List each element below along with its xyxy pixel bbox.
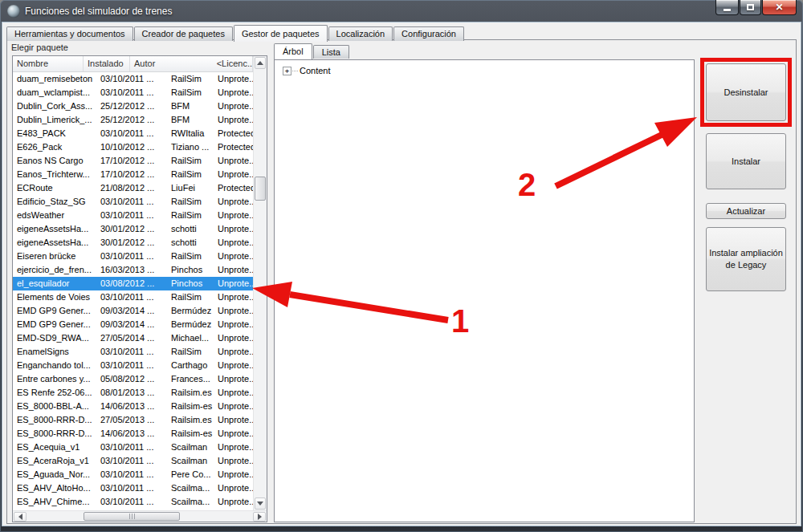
cell-license: Unprote.. (214, 209, 253, 222)
table-row[interactable]: EMD-SD9_RWA... 27/05/2014 ... Michael...… (13, 331, 253, 345)
cell-author: RailSim (167, 195, 214, 209)
table-row[interactable]: eigeneAssetsHa... 30/01/2012 ... schotti… (13, 222, 253, 236)
minimize-icon (724, 9, 731, 11)
update-button[interactable]: Actualizar (706, 203, 786, 219)
scroll-right-button[interactable] (253, 512, 266, 522)
table-row[interactable]: ejercicio_de_fren... 16/03/2013 ... Pinc… (13, 263, 253, 277)
arrow-down-icon (257, 502, 263, 506)
table-row[interactable]: eigeneAssetsHa... 30/01/2012 ... schotti… (13, 236, 253, 250)
cell-name: E483_PACK (13, 127, 96, 140)
titlebar[interactable]: Funciones del simulador de trenes ✕ (0, 0, 803, 22)
table-row[interactable]: el_esquilador 03/08/2012 ... Pinchos Unp… (13, 277, 253, 290)
table-row[interactable]: Dublin_Cork_Ass... 25/12/2012 ... BFM Un… (13, 99, 253, 113)
cell-license: Unprote.. (214, 468, 253, 481)
table-row[interactable]: Enganchando tol... 03/10/2011 ... Cartha… (13, 359, 253, 372)
cell-author: RailSim (167, 345, 214, 359)
table-row[interactable]: ES_8000-RRR-D... 14/06/2013 ... Railsim-… (13, 427, 253, 441)
uninstall-button[interactable]: Desinstalar (706, 63, 786, 121)
cell-name: ES_8000-RRR-D... (13, 413, 96, 427)
tabpage-gestor-de-paquetes: Elegir paquete NombreInstaladoAutor<Lice… (6, 39, 797, 524)
cell-license: Unprote.. (214, 495, 253, 509)
vertical-scroll-thumb[interactable] (255, 177, 266, 201)
table-row[interactable]: ES_AHV_AltoHo... 03/10/2011 ... Scailma.… (13, 481, 253, 495)
scroll-up-button[interactable] (255, 57, 266, 69)
table-row[interactable]: EMD GP9 Gener... 09/03/2014 ... Bermúdez… (13, 304, 253, 318)
main-tab[interactable]: Herramientas y documentos (6, 26, 133, 41)
install-legacy-expansion-button[interactable]: Instalar ampliación de Legacy (706, 227, 786, 291)
view-tabstrip: ÁrbolLista (274, 43, 350, 59)
table-row[interactable]: ES_Acequia_v1 03/10/2011 ... Scailman Un… (13, 441, 253, 454)
table-row[interactable]: ES_8000-RRR-D... 27/05/2013 ... Railsim.… (13, 413, 253, 427)
main-tabstrip: Herramientas y documentosCreador de paqu… (6, 25, 465, 41)
column-header[interactable]: Nombre (13, 56, 84, 71)
install-button[interactable]: Instalar (706, 133, 786, 189)
main-tab[interactable]: Gestor de paquetes (234, 25, 328, 42)
cell-installed: 03/10/2011 ... (96, 290, 167, 304)
table-row[interactable]: ES_AceraRoja_v1 03/10/2011 ... Scailman … (13, 454, 253, 468)
table-row[interactable]: Entre carbones y... 05/08/2012 ... Franc… (13, 372, 253, 386)
main-tab[interactable]: Creador de paquetes (134, 26, 233, 41)
arrow-left-icon (18, 514, 22, 520)
table-row[interactable]: ES_AHV_Chime... 03/10/2011 ... Scailma..… (13, 495, 253, 509)
table-row[interactable]: Dublin_Limerick_... 25/12/2012 ... BFM U… (13, 113, 253, 127)
table-row[interactable]: EnamelSigns 03/10/2011 ... RailSim Unpro… (13, 345, 253, 359)
table-row[interactable]: ES_8000-BBL-A... 14/06/2013 ... Railsim-… (13, 400, 253, 413)
cell-name: Dublin_Limerick_... (13, 113, 96, 127)
horizontal-scroll-thumb[interactable] (84, 512, 180, 521)
cell-license: Unprote.. (214, 99, 253, 113)
cell-name: Edificio_Staz_SG (13, 195, 96, 209)
table-row[interactable]: edsWeather 03/10/2011 ... RailSim Unprot… (13, 209, 253, 222)
main-tab[interactable]: Configuración (393, 26, 464, 41)
cell-name: duam_wclampist... (13, 86, 96, 99)
cell-name: EMD GP9 Gener... (13, 304, 96, 318)
table-row[interactable]: Edificio_Staz_SG 03/10/2011 ... RailSim … (13, 195, 253, 209)
cell-author: Michael... (167, 331, 214, 345)
table-row[interactable]: E626_Pack 10/10/2012 ... Tiziano ... Pro… (13, 140, 253, 154)
cell-installed: 03/10/2011 ... (96, 250, 167, 263)
table-row[interactable]: ECRoute 21/08/2012 ... LiuFei Protected (13, 181, 253, 195)
horizontal-scroll-track[interactable] (27, 511, 252, 522)
cell-name: Entre carbones y... (13, 372, 96, 386)
table-row[interactable]: Eiseren brücke 03/10/2011 ... RailSim Un… (13, 250, 253, 263)
tree-connector (292, 71, 298, 71)
maximize-icon (747, 4, 754, 10)
column-header[interactable]: <Licenc.. (213, 56, 253, 71)
scroll-down-button[interactable] (255, 497, 266, 510)
horizontal-scrollbar[interactable] (13, 510, 267, 522)
column-header[interactable]: Instalado (84, 56, 130, 71)
minimize-button[interactable] (715, 0, 739, 15)
column-header[interactable]: Autor (130, 56, 213, 71)
cell-installed: 03/10/2011 ... (96, 359, 167, 372)
maximize-button[interactable] (740, 0, 761, 15)
vertical-scrollbar[interactable] (253, 56, 267, 510)
cell-license: Unprote.. (214, 413, 253, 427)
cell-license: Unprote.. (214, 154, 253, 168)
table-row[interactable]: duam_remisebeton 03/10/2011 ... RailSim … (13, 72, 253, 86)
close-button[interactable]: ✕ (762, 0, 797, 15)
cell-name: edsWeather (13, 209, 96, 222)
main-tab[interactable]: Localización (328, 26, 393, 41)
scroll-left-button[interactable] (14, 512, 26, 522)
cell-installed: 10/10/2012 ... (96, 140, 167, 154)
table-row[interactable]: Eanos NS Cargo 17/10/2012 ... RailSim Un… (13, 154, 253, 168)
cell-installed: 17/10/2012 ... (96, 154, 167, 168)
table-row[interactable]: E483_PACK 03/10/2011 ... RWItalia Protec… (13, 127, 253, 140)
view-tab[interactable]: Árbol (274, 43, 312, 59)
cell-author: Bermúdez (167, 318, 214, 331)
cell-installed: 03/10/2011 ... (96, 86, 167, 99)
cell-installed: 03/10/2011 ... (96, 72, 167, 86)
table-row[interactable]: ES_Aguada_Nor... 03/10/2011 ... Pere Co.… (13, 468, 253, 481)
table-row[interactable]: Elements de Voies 03/10/2011 ... RailSim… (13, 290, 253, 304)
table-row[interactable]: ES Renfe 252-06... 08/01/2013 ... Railsi… (13, 386, 253, 400)
expand-plus-icon[interactable]: + (283, 67, 291, 75)
table-row[interactable]: EMD GP9 Gener... 09/03/2014 ... Bermúdez… (13, 318, 253, 331)
view-tab[interactable]: Lista (313, 45, 349, 59)
cell-name: el_esquilador (13, 277, 96, 290)
cell-name: EMD GP9 Gener... (13, 318, 96, 331)
table-row[interactable]: duam_wclampist... 03/10/2011 ... RailSim… (13, 86, 253, 99)
cell-license: Unprote.. (214, 222, 253, 236)
cell-author: Scailman (167, 441, 214, 454)
cell-author: RailSim (167, 250, 214, 263)
table-row[interactable]: Eanos_Trichterw... 17/10/2012 ... RailSi… (13, 168, 253, 181)
tree-node-content[interactable]: + Content (283, 66, 694, 75)
